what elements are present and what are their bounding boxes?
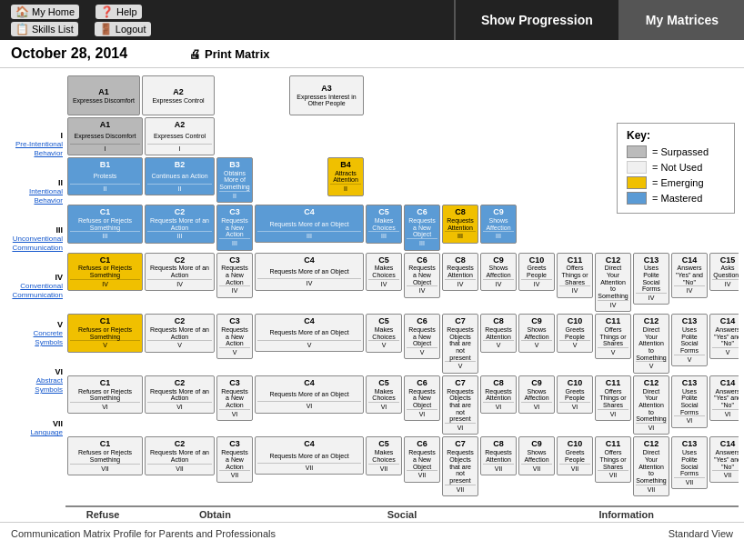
- cell-c9-iv[interactable]: C9 Shows Affection IV: [480, 253, 517, 313]
- cell-b1-ii[interactable]: B1 Protests II: [67, 157, 143, 203]
- cell-c14-v[interactable]: C14 Answers "Yes" and "No" V: [709, 314, 739, 374]
- row-ii-label[interactable]: IntentionalBehavior: [29, 187, 63, 205]
- nav-links-area: 🏠 My Home ❓ Help 📋 Skills List 🚪 Logout: [0, 0, 454, 40]
- cell-c3-iii[interactable]: C3 Requests a New Action III: [216, 205, 253, 250]
- not-used-swatch: [627, 161, 647, 174]
- cell-c2-iii[interactable]: C2 Requests More of an Action III: [145, 205, 215, 250]
- cell-c13-vii[interactable]: C13 Uses Polite Social Forms VII: [671, 436, 708, 496]
- cell-c8-vi[interactable]: C8 Requests Attention VI: [480, 375, 517, 435]
- show-progression-button[interactable]: Show Progression: [454, 0, 620, 40]
- key-mastered-row: = Mastered: [627, 192, 725, 205]
- row-v-label[interactable]: ConcreteSymbols: [34, 329, 63, 346]
- cell-c2-v[interactable]: C2 Requests More of an Action V: [145, 314, 215, 374]
- logout-icon: 🚪: [99, 23, 113, 35]
- cell-c4-v[interactable]: C4 Requests More of an Object V: [255, 314, 364, 374]
- cell-c8-v[interactable]: C8 Requests Attention V: [480, 314, 517, 374]
- cell-c10-vii[interactable]: C10 Greets People VII: [557, 436, 593, 496]
- cell-c2-vii[interactable]: C2 Requests More of an Action VII: [145, 436, 215, 496]
- cell-c9-v[interactable]: C9 Shows Affection V: [518, 314, 555, 374]
- cell-c6-iii[interactable]: C6 Requests a New Object III: [404, 205, 440, 250]
- cell-c5-vii[interactable]: C5 Makes Choices VII: [366, 436, 402, 496]
- cell-c9-vi[interactable]: C9 Shows Affection VI: [518, 375, 555, 435]
- cell-c4-vii[interactable]: C4 Requests More of an Object VII: [255, 436, 364, 496]
- row-iii-label[interactable]: UnconventionalCommunication: [12, 235, 63, 252]
- cell-c4-iv[interactable]: C4 Requests More of an Object IV: [255, 253, 364, 313]
- cell-c14-vi[interactable]: C14 Answers "Yes" and "No" VI: [709, 375, 739, 435]
- cell-c4-iii[interactable]: C4 Requests More of an Object III: [255, 205, 364, 250]
- cell-c5-vi[interactable]: C5 Makes Choices VI: [366, 375, 402, 435]
- cell-c6-v[interactable]: C6 Requests a New Object V: [404, 314, 440, 374]
- cell-a2-i[interactable]: A2 Expresses Control I: [145, 117, 215, 155]
- help-link[interactable]: ❓ Help: [96, 5, 142, 19]
- cell-c1-iv[interactable]: C1 Refuses or Rejects Something IV: [67, 253, 143, 313]
- cell-c11-vi[interactable]: C11 Offers Things or Shares VI: [595, 375, 631, 435]
- cell-c11-iv[interactable]: C11 Offers Things or Shares IV: [557, 253, 593, 313]
- cell-c3-iv[interactable]: C3 Requests a New Action IV: [216, 253, 253, 313]
- cell-c5-iv[interactable]: C5 Makes Choices IV: [366, 253, 402, 313]
- cell-c3-vi[interactable]: C3 Requests a New Action VI: [216, 375, 253, 435]
- row-i-label[interactable]: Pre-IntentionalBehavior: [15, 140, 63, 157]
- cell-a1-i[interactable]: A1 Expresses Discomfort I: [67, 117, 143, 155]
- cell-b3-ii[interactable]: B3 Obtains More of Something II: [216, 157, 253, 203]
- cell-c12-iv[interactable]: C12 Direct Your Attention to Something I…: [595, 253, 631, 313]
- cell-c8-iii[interactable]: C8 Requests Attention III: [442, 205, 478, 250]
- cell-c11-vii[interactable]: C11 Offers Things or Shares VII: [595, 436, 631, 496]
- cell-c7-v[interactable]: C7 Requests Objects that are not present…: [442, 314, 478, 374]
- cell-b4-ii[interactable]: B4 Attracts Attention II: [255, 157, 364, 203]
- key-box: Key: = Surpassed = Not Used = Emerging =…: [617, 123, 735, 214]
- cell-c7-vii[interactable]: C7 Requests Objects that are not present…: [442, 436, 478, 496]
- top-navigation: 🏠 My Home ❓ Help 📋 Skills List 🚪 Logout …: [0, 0, 744, 40]
- cell-c13-iv[interactable]: C13 Uses Polite Social Forms IV: [633, 253, 669, 313]
- cell-c2-iv[interactable]: C2 Requests More of an Action IV: [145, 253, 215, 313]
- surpassed-swatch: [627, 145, 647, 158]
- printer-icon: 🖨: [189, 47, 201, 61]
- cell-c3-vii[interactable]: C3 Requests a New Action VII: [216, 436, 253, 496]
- cell-c3-v[interactable]: C3 Requests a New Action V: [216, 314, 253, 374]
- row-vi-label[interactable]: AbstractSymbols: [35, 376, 63, 394]
- cell-c5-iii[interactable]: C5 Makes Choices III: [366, 205, 402, 250]
- cell-c14-iv[interactable]: C14 Answers "Yes" and "No" IV: [671, 253, 708, 313]
- cell-c4-vi[interactable]: C4 Requests More of an Object VI: [255, 375, 364, 435]
- cell-c10-vi[interactable]: C10 Greets People VI: [557, 375, 593, 435]
- print-matrix-button[interactable]: 🖨 Print Matrix: [189, 47, 270, 61]
- cell-c12-v[interactable]: C12 Direct Your Attention to Something V: [633, 314, 669, 374]
- cell-c6-vi[interactable]: C6 Requests a New Object VI: [404, 375, 440, 435]
- cell-b2-ii[interactable]: B2 Continues an Action II: [145, 157, 215, 203]
- emerging-swatch: [627, 176, 647, 189]
- cell-c15-iv[interactable]: C15 Asks Questions IV: [709, 253, 739, 313]
- label-social: Social: [290, 505, 515, 520]
- cell-c13-v[interactable]: C13 Uses Polite Social Forms V: [671, 314, 708, 374]
- my-matrices-button[interactable]: My Matrices: [620, 0, 744, 40]
- cell-c10-iv[interactable]: C10 Greets People IV: [518, 253, 555, 313]
- cell-c1-vi[interactable]: C1 Refuses or Rejects Something VI: [67, 375, 143, 435]
- row-v-num: V: [57, 320, 63, 329]
- cell-c9-vii[interactable]: C9 Shows Affection VII: [518, 436, 555, 496]
- cell-c1-vii[interactable]: C1 Refuses or Rejects Something VII: [67, 436, 143, 496]
- logout-link[interactable]: 🚪 Logout: [95, 22, 151, 36]
- row-vii-label[interactable]: Language: [30, 428, 63, 437]
- cell-c8-vii[interactable]: C8 Requests Attention VII: [480, 436, 517, 496]
- skills-icon: 📋: [15, 23, 29, 35]
- cell-c8-iv[interactable]: C8 Requests Attention IV: [442, 253, 478, 313]
- cell-c7-vi[interactable]: C7 Requests Objects that are not present…: [442, 375, 478, 435]
- cell-c11-v[interactable]: C11 Offers Things or Shares V: [595, 314, 631, 374]
- cell-c6-vii[interactable]: C6 Requests a New Object VII: [404, 436, 440, 496]
- skills-list-link[interactable]: 📋 Skills List: [11, 22, 78, 36]
- cell-c13-vi[interactable]: C13 Uses Polite Social Forms VI: [671, 375, 708, 435]
- cell-c12-vi[interactable]: C12 Direct Your Attention to Something V…: [633, 375, 669, 435]
- cell-c10-v[interactable]: C10 Greets People V: [557, 314, 593, 374]
- row-vi-num: VI: [55, 367, 63, 376]
- home-icon: 🏠: [15, 5, 29, 18]
- cell-c5-v[interactable]: C5 Makes Choices V: [366, 314, 402, 374]
- cell-c9-iii[interactable]: C9 Shows Affection III: [480, 205, 517, 250]
- cell-c6-iv[interactable]: C6 Requests a New Object IV: [404, 253, 440, 313]
- cell-c2-vi[interactable]: C2 Requests More of an Action VI: [145, 375, 215, 435]
- help-icon: ❓: [100, 5, 114, 18]
- cell-c1-iii[interactable]: C1 Refuses or Rejects Something III: [67, 205, 143, 250]
- cell-c12-vii[interactable]: C12 Direct Your Attention to Something V…: [633, 436, 669, 496]
- my-home-link[interactable]: 🏠 My Home: [11, 5, 79, 19]
- row-iv-label[interactable]: ConventionalCommunication: [12, 282, 63, 299]
- cell-c1-v[interactable]: C1 Refuses or Rejects Something V: [67, 314, 143, 374]
- footer-left: Communication Matrix Profile for Parents…: [11, 528, 276, 539]
- cell-c14-vii[interactable]: C14 Answers "Yes" and "No" VII: [709, 436, 739, 496]
